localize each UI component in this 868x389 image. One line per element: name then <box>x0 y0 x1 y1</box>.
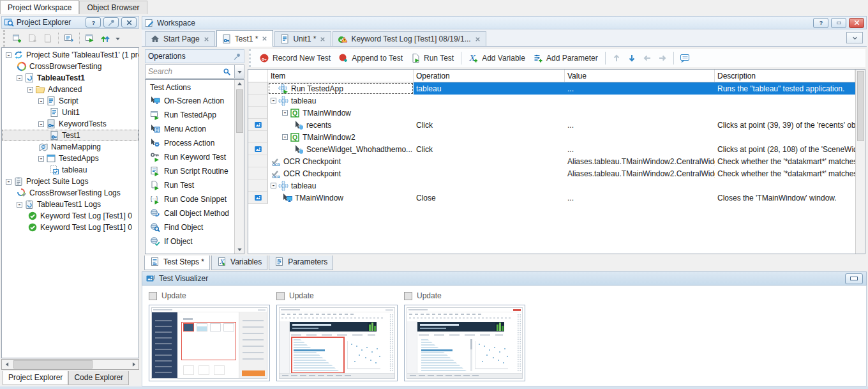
operation-item[interactable]: On-Screen Action <box>149 94 233 108</box>
item-cell[interactable]: OCROCR Checkpoint <box>268 167 414 179</box>
value-cell[interactable]: ... <box>565 143 715 155</box>
tab-keyword-test-log[interactable]: Keyword Test Log [Test1] 08/19/1... <box>333 31 486 46</box>
tree-item[interactable]: Unit1 <box>2 107 138 118</box>
description-cell[interactable]: Check whether the '*datakmart*' matches … <box>715 155 855 167</box>
test-step-row[interactable]: -QTMainWindow2 <box>248 131 855 143</box>
visualizer-thumbnail-dashboard-highlighted[interactable] <box>276 305 398 381</box>
tree-item[interactable]: tableau <box>2 164 138 176</box>
add-parameter-button[interactable]: Add Parameter <box>530 52 601 65</box>
scroll-up-button[interactable] <box>236 80 244 88</box>
test-step-row[interactable]: -QTMainWindow <box>248 107 855 119</box>
toggle-description-button[interactable] <box>680 53 690 63</box>
operation-item[interactable]: {··}Run Code Snippet <box>149 192 233 206</box>
description-cell[interactable]: Closes the 'TMainWindow' window. <box>715 192 855 204</box>
visualizer-minimize-button[interactable] <box>845 273 863 284</box>
record-new-test-button[interactable]: Record New Test <box>256 52 334 65</box>
tab-project-explorer-bottom[interactable]: Project Explorer <box>3 371 68 385</box>
operation-item[interactable]: Run Test <box>149 178 233 192</box>
search-dropdown-button[interactable] <box>234 65 244 78</box>
scrollbar-thumb[interactable] <box>857 71 864 141</box>
close-panel-button[interactable] <box>121 17 137 27</box>
tree-item[interactable]: Keyword Test Log [Test1] 0 <box>2 210 138 222</box>
new-file-button[interactable] <box>41 31 55 45</box>
value-cell[interactable]: ... <box>565 82 715 95</box>
tree-item[interactable]: -Project Suite Logs <box>2 176 138 187</box>
workspace-restore-button[interactable] <box>831 18 846 28</box>
tree-item[interactable]: -TableauTest1 <box>2 72 138 84</box>
close-tab-icon[interactable] <box>319 36 326 43</box>
expander-icon[interactable]: - <box>282 134 288 140</box>
add-new-item-button[interactable] <box>10 31 24 45</box>
test-step-row[interactable]: OCROCR CheckpointAliases.tableau.TMainWi… <box>248 155 855 167</box>
update-checkbox[interactable] <box>149 292 157 300</box>
workspace-close-button[interactable] <box>849 18 864 28</box>
workspace-help-button[interactable]: ? <box>813 18 828 28</box>
visualizer-thumbnail-dashboard[interactable] <box>404 305 525 381</box>
operation-cell[interactable] <box>414 95 565 107</box>
tree-item[interactable]: CrossBrowserTesting Logs <box>2 187 138 199</box>
value-cell[interactable] <box>565 95 715 107</box>
tree-item[interactable]: -TableauTest1 Logs <box>2 199 138 210</box>
append-to-test-button[interactable]: Append to Test <box>335 52 406 65</box>
expander-icon[interactable]: - <box>27 87 33 93</box>
operation-cell[interactable] <box>414 131 565 143</box>
description-cell[interactable] <box>715 131 855 143</box>
value-cell[interactable] <box>565 107 715 119</box>
description-cell[interactable]: Clicks at point (39, 39) of the 'recents… <box>715 119 855 131</box>
test-step-row[interactable]: -tableau <box>248 95 855 107</box>
operation-item[interactable]: If Object <box>149 234 233 248</box>
update-checkbox[interactable] <box>404 292 412 300</box>
description-cell[interactable] <box>715 179 855 192</box>
item-cell[interactable]: Run TestedApp <box>268 82 414 95</box>
operation-item[interactable]: Find Object <box>149 220 233 234</box>
scrollbar-thumb[interactable] <box>13 360 93 369</box>
expander-icon[interactable]: - <box>17 75 22 81</box>
operation-cell[interactable]: tableau <box>414 82 565 95</box>
operations-pin-button[interactable] <box>233 52 241 61</box>
scroll-right-button[interactable] <box>128 360 138 369</box>
item-cell[interactable]: -QTMainWindow <box>268 107 414 119</box>
grid-vertical-scrollbar[interactable] <box>855 70 865 254</box>
tab-list-dropdown-button[interactable] <box>846 32 863 43</box>
tree-item[interactable]: -Script <box>2 95 138 107</box>
pin-button[interactable] <box>103 17 119 27</box>
test-step-row[interactable]: -tableau <box>248 179 855 192</box>
tree-item[interactable]: -Project Suite 'TableauTest1' (1 proje <box>2 49 138 61</box>
expander-icon[interactable]: - <box>6 179 11 185</box>
operation-item[interactable]: Run TestedApp <box>149 108 233 122</box>
run-selected-button[interactable] <box>98 31 112 45</box>
value-cell[interactable] <box>565 179 715 192</box>
test-step-row[interactable]: Run TestedApptableau...Runs the "tableau… <box>248 82 855 95</box>
tab-parameters[interactable]: Parameters <box>269 256 333 270</box>
tab-project-workspace[interactable]: Project Workspace <box>0 0 79 14</box>
item-cell[interactable]: OCROCR Checkpoint <box>268 155 414 167</box>
description-cell[interactable] <box>715 95 855 107</box>
tab-unit1[interactable]: Unit1 * <box>274 31 331 46</box>
item-cell[interactable]: SceneWidget_Whohadthemo... <box>268 143 414 155</box>
expander-icon[interactable]: - <box>6 52 11 58</box>
tab-test-steps[interactable]: Test Steps * <box>144 256 210 270</box>
operation-cell[interactable]: Click <box>414 119 565 131</box>
add-variable-button[interactable]: XAdd Variable <box>465 52 528 65</box>
tree-item[interactable]: -TestedApps <box>2 153 138 164</box>
tree-item[interactable]: -KeywordTests <box>2 118 138 130</box>
tree-horizontal-scrollbar[interactable] <box>1 359 139 370</box>
value-cell[interactable]: ... <box>565 119 715 131</box>
move-right-button[interactable] <box>657 53 668 63</box>
expander-icon[interactable]: - <box>38 121 44 127</box>
operation-cell[interactable]: Click <box>414 143 565 155</box>
operation-cell[interactable] <box>414 167 565 179</box>
close-tab-icon[interactable] <box>474 36 481 43</box>
move-down-button[interactable] <box>627 53 637 63</box>
tree-item[interactable]: Test1 <box>2 130 138 141</box>
item-cell[interactable]: -tableau <box>268 95 414 107</box>
operation-cell[interactable] <box>414 179 565 192</box>
scroll-down-button[interactable] <box>236 245 244 254</box>
tab-code-explorer[interactable]: Code Explorer <box>68 371 129 385</box>
tab-variables[interactable]: XVariables <box>211 256 267 270</box>
operation-item[interactable]: Menu Action <box>149 122 233 136</box>
operations-scrollbar[interactable] <box>234 80 244 254</box>
tree-item[interactable]: Keyword Test Log [Test1] 0 <box>2 222 138 233</box>
scrollbar-thumb[interactable] <box>236 89 243 133</box>
value-cell[interactable]: Aliases.tableau.TMainWindow2.CentralWidg… <box>565 155 715 167</box>
